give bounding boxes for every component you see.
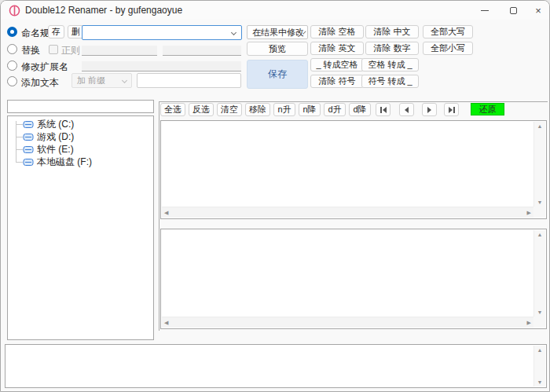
invert-selection-button[interactable]: 反选 — [189, 103, 214, 116]
extension-field[interactable] — [82, 61, 241, 71]
radio-naming-rule[interactable] — [7, 27, 17, 37]
scroll-down-icon[interactable]: ▼ — [534, 310, 545, 315]
sort-name-desc-button[interactable]: n降 — [299, 103, 321, 116]
radio-add-text-label: 添加文本 — [21, 76, 59, 90]
app-logo-icon — [9, 5, 20, 16]
skip-last-icon — [449, 107, 453, 113]
save-rule-button[interactable]: 存 — [48, 25, 64, 38]
tree-connector-line — [16, 121, 16, 163]
underscore-to-space-button[interactable]: _ 转成空格 — [310, 58, 364, 71]
step-forward-icon — [427, 107, 431, 113]
radio-change-extension-label: 修改扩展名 — [21, 60, 68, 74]
replace-with-field[interactable] — [163, 46, 241, 56]
clear-english-button[interactable]: 清除 英文 — [310, 42, 364, 55]
vertical-scrollbar[interactable]: ▲ ▼ — [534, 346, 545, 387]
folder-path-input[interactable] — [7, 100, 154, 113]
add-text-field[interactable] — [137, 73, 241, 88]
window-title: Double12 Renamer - by gufengaoyue — [25, 5, 182, 16]
maximize-icon — [510, 7, 517, 14]
horizontal-scrollbar[interactable]: ◀ ▶ — [162, 207, 534, 218]
radio-replace[interactable] — [7, 44, 17, 54]
tree-connector-stub — [16, 124, 23, 125]
tree-item-drive-f[interactable]: 本地磁盘 (F:) — [23, 156, 92, 167]
prefix-mode-label: 加 前缀 — [77, 75, 105, 86]
clear-symbols-button[interactable]: 清除 符号 — [310, 75, 364, 88]
lowercase-button[interactable]: 全部小写 — [423, 42, 473, 55]
vertical-scrollbar[interactable]: ▲ ▼ — [534, 230, 545, 317]
restore-button[interactable]: 还原 — [471, 103, 504, 115]
radio-add-text[interactable] — [7, 76, 17, 86]
move-to-bottom-button[interactable] — [444, 103, 459, 116]
move-down-button[interactable] — [422, 103, 437, 116]
tree-connector-stub — [16, 149, 23, 150]
scroll-up-icon[interactable]: ▲ — [534, 347, 545, 353]
scroll-right-icon[interactable]: ▶ — [527, 320, 531, 326]
skip-first-icon — [380, 107, 382, 113]
app-window: Double12 Renamer - by gufengaoyue × 命名规则… — [0, 0, 550, 392]
skip-first-icon — [383, 107, 387, 113]
regex-checkbox-label: 正则 — [61, 44, 80, 57]
minimize-button[interactable] — [471, 1, 498, 20]
close-icon: × — [535, 5, 541, 16]
tree-item-label: 系统 (C:) — [37, 118, 74, 131]
log-output-box[interactable]: ▲ ▼ — [5, 344, 547, 388]
radio-replace-label: 替换 — [21, 44, 40, 57]
horizontal-scrollbar[interactable]: ◀ ▶ — [162, 317, 534, 328]
skip-last-icon — [453, 107, 455, 113]
maximize-button[interactable] — [500, 1, 526, 20]
sort-date-asc-button[interactable]: d升 — [324, 103, 346, 116]
scrollbar-corner — [534, 317, 545, 328]
replace-find-field[interactable] — [82, 46, 157, 56]
regex-checkbox[interactable] — [49, 45, 58, 54]
preview-names-list[interactable]: ▲ ▼ ◀ ▶ — [160, 229, 547, 329]
tree-item-drive-e[interactable]: 软件 (E:) — [23, 144, 74, 155]
chevron-down-icon — [231, 30, 236, 35]
drive-tree-panel: 系统 (C:) 游戏 (D:) 软件 (E:) 本地磁盘 (F:) — [7, 115, 154, 340]
tree-item-drive-d[interactable]: 游戏 (D:) — [23, 131, 74, 142]
clear-list-button[interactable]: 清空 — [217, 103, 242, 116]
drive-icon — [23, 158, 34, 167]
scroll-right-icon[interactable]: ▶ — [527, 210, 531, 216]
radio-change-extension[interactable] — [7, 60, 17, 71]
title-bar: Double12 Renamer - by gufengaoyue × — [1, 1, 549, 20]
scroll-up-icon[interactable]: ▲ — [534, 232, 545, 237]
scroll-up-icon[interactable]: ▲ — [534, 123, 545, 129]
space-to-underscore-button[interactable]: 空格 转成 _ — [361, 58, 419, 71]
symbol-to-underscore-button[interactable]: 符号 转成 _ — [361, 75, 419, 88]
clear-spaces-button[interactable]: 清除 空格 — [310, 25, 364, 38]
modify-scope-label: 在结果中修改 — [252, 27, 304, 38]
modify-scope-dropdown[interactable]: 在结果中修改 — [247, 25, 308, 39]
tree-item-label: 本地磁盘 (F:) — [37, 156, 92, 169]
scroll-down-icon[interactable]: ▼ — [534, 200, 545, 205]
select-all-button[interactable]: 全选 — [160, 103, 185, 116]
sort-date-desc-button[interactable]: d降 — [349, 103, 371, 116]
save-button[interactable]: 保存 — [247, 60, 308, 89]
tree-item-label: 软件 (E:) — [37, 143, 74, 156]
move-up-button[interactable] — [399, 103, 414, 116]
drive-icon — [23, 120, 34, 129]
scroll-left-icon[interactable]: ◀ — [164, 210, 168, 216]
sort-name-asc-button[interactable]: n升 — [273, 103, 295, 116]
vertical-scrollbar[interactable]: ▲ ▼ — [534, 122, 545, 207]
tree-connector-stub — [16, 162, 23, 163]
tree-item-drive-c[interactable]: 系统 (C:) — [23, 119, 74, 130]
preview-button[interactable]: 预览 — [247, 42, 308, 56]
scrollbar-corner — [534, 207, 545, 218]
original-names-list[interactable]: ▲ ▼ ◀ ▶ — [160, 120, 547, 219]
clear-chinese-button[interactable]: 清除 中文 — [365, 25, 419, 38]
drive-icon — [23, 145, 34, 154]
move-to-top-button[interactable] — [376, 103, 390, 116]
tree-connector-stub — [16, 137, 23, 137]
scroll-down-icon[interactable]: ▼ — [534, 379, 545, 385]
naming-rule-input[interactable] — [85, 27, 230, 38]
minimize-icon — [481, 10, 489, 11]
chevron-down-icon — [122, 78, 127, 83]
clear-digits-button[interactable]: 清除 数字 — [365, 42, 419, 55]
step-back-icon — [405, 107, 409, 113]
prefix-mode-dropdown[interactable]: 加 前缀 — [72, 73, 132, 88]
uppercase-button[interactable]: 全部大写 — [423, 25, 473, 38]
remove-button[interactable]: 移除 — [245, 103, 270, 116]
naming-rule-combobox[interactable] — [82, 25, 242, 40]
scroll-left-icon[interactable]: ◀ — [164, 320, 168, 326]
close-button[interactable]: × — [526, 1, 550, 20]
